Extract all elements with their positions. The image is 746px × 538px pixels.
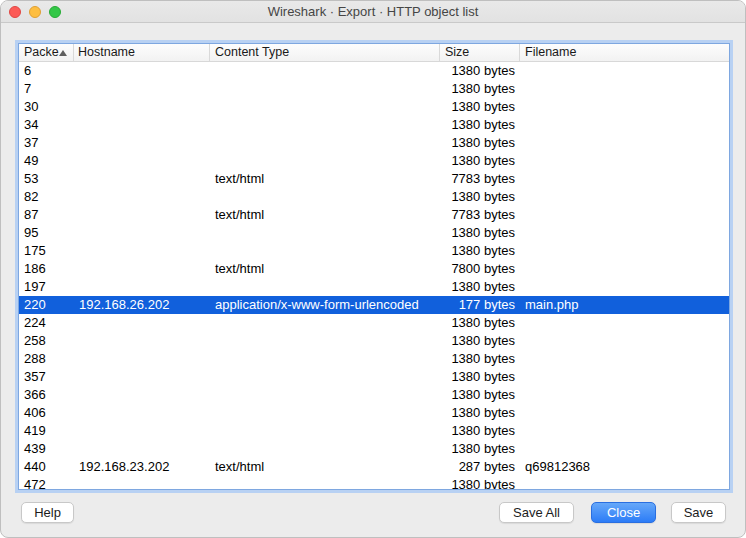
column-header-packet[interactable]: Packe xyxy=(19,44,74,61)
cell-hostname xyxy=(74,224,210,242)
cell-size: 1380 bytes xyxy=(440,80,520,98)
table-row[interactable]: 224 1380 bytes xyxy=(19,314,729,332)
cell-size: 1380 bytes xyxy=(440,404,520,422)
cell-packet: 197 xyxy=(19,278,74,296)
table-row[interactable]: 440 192.168.23.202 text/html 287 bytes q… xyxy=(19,458,729,476)
cell-hostname xyxy=(74,422,210,440)
close-button[interactable]: Close xyxy=(591,502,656,523)
column-header-hostname-label: Hostname xyxy=(78,44,135,61)
cell-hostname xyxy=(74,134,210,152)
table-row[interactable]: 37 1380 bytes xyxy=(19,134,729,152)
table-row[interactable]: 288 1380 bytes xyxy=(19,350,729,368)
cell-packet: 53 xyxy=(19,170,74,188)
table-row[interactable]: 175 1380 bytes xyxy=(19,242,729,260)
cell-content-type xyxy=(210,404,440,422)
table-row[interactable]: 34 1380 bytes xyxy=(19,116,729,134)
cell-content-type xyxy=(210,440,440,458)
cell-size: 1380 bytes xyxy=(440,422,520,440)
cell-hostname xyxy=(74,260,210,278)
cell-hostname xyxy=(74,368,210,386)
cell-hostname xyxy=(74,170,210,188)
cell-filename xyxy=(520,152,729,170)
cell-size: 1380 bytes xyxy=(440,332,520,350)
table-row[interactable]: 30 1380 bytes xyxy=(19,98,729,116)
cell-hostname: 192.168.23.202 xyxy=(74,458,210,476)
column-header-filename-label: Filename xyxy=(525,44,576,61)
cell-size: 1380 bytes xyxy=(440,350,520,368)
cell-filename xyxy=(520,422,729,440)
cell-content-type: application/x-www-form-urlencoded xyxy=(210,296,440,314)
cell-size: 1380 bytes xyxy=(440,152,520,170)
cell-hostname xyxy=(74,350,210,368)
cell-filename xyxy=(520,332,729,350)
cell-size: 177 bytes xyxy=(440,296,520,314)
cell-filename xyxy=(520,368,729,386)
column-header-filename[interactable]: Filename xyxy=(520,44,729,61)
cell-packet: 220 xyxy=(19,296,74,314)
cell-packet: 440 xyxy=(19,458,74,476)
cell-filename xyxy=(520,170,729,188)
column-header-packet-label: Packe xyxy=(24,44,59,61)
cell-size: 1380 bytes xyxy=(440,134,520,152)
table-row[interactable]: 95 1380 bytes xyxy=(19,224,729,242)
cell-packet: 186 xyxy=(19,260,74,278)
column-header-content-type[interactable]: Content Type xyxy=(210,44,440,61)
cell-content-type xyxy=(210,332,440,350)
cell-size: 1380 bytes xyxy=(440,278,520,296)
cell-filename xyxy=(520,206,729,224)
table-row[interactable]: 419 1380 bytes xyxy=(19,422,729,440)
cell-size: 1380 bytes xyxy=(440,188,520,206)
cell-packet: 87 xyxy=(19,206,74,224)
table-row[interactable]: 220 192.168.26.202 application/x-www-for… xyxy=(19,296,729,314)
table-row[interactable]: 197 1380 bytes xyxy=(19,278,729,296)
table-row[interactable]: 87 text/html 7783 bytes xyxy=(19,206,729,224)
cell-packet: 439 xyxy=(19,440,74,458)
column-header-hostname[interactable]: Hostname xyxy=(74,44,210,61)
cell-hostname xyxy=(74,440,210,458)
table-row[interactable]: 357 1380 bytes xyxy=(19,368,729,386)
cell-filename xyxy=(520,224,729,242)
cell-packet: 7 xyxy=(19,80,74,98)
cell-content-type xyxy=(210,386,440,404)
cell-content-type xyxy=(210,242,440,260)
cell-filename xyxy=(520,476,729,490)
cell-hostname xyxy=(74,80,210,98)
table-row[interactable]: 472 1380 bytes xyxy=(19,476,729,490)
cell-hostname: 192.168.26.202 xyxy=(74,296,210,314)
cell-content-type: text/html xyxy=(210,170,440,188)
cell-content-type: text/html xyxy=(210,458,440,476)
table-row[interactable]: 7 1380 bytes xyxy=(19,80,729,98)
table-row[interactable]: 186 text/html 7800 bytes xyxy=(19,260,729,278)
cell-content-type: text/html xyxy=(210,206,440,224)
save-all-button[interactable]: Save All xyxy=(499,502,574,523)
table-row[interactable]: 53 text/html 7783 bytes xyxy=(19,170,729,188)
table-row[interactable]: 439 1380 bytes xyxy=(19,440,729,458)
column-header-size[interactable]: Size xyxy=(440,44,520,61)
cell-filename xyxy=(520,314,729,332)
column-header-size-label: Size xyxy=(445,44,469,61)
save-button[interactable]: Save xyxy=(671,502,726,523)
cell-packet: 406 xyxy=(19,404,74,422)
export-http-object-list-dialog: Wireshark · Export · HTTP object list Pa… xyxy=(0,0,746,538)
column-header-content-type-label: Content Type xyxy=(215,44,289,61)
cell-packet: 34 xyxy=(19,116,74,134)
table-row[interactable]: 406 1380 bytes xyxy=(19,404,729,422)
table-row[interactable]: 82 1380 bytes xyxy=(19,188,729,206)
cell-packet: 95 xyxy=(19,224,74,242)
table-row[interactable]: 366 1380 bytes xyxy=(19,386,729,404)
cell-packet: 224 xyxy=(19,314,74,332)
cell-filename xyxy=(520,134,729,152)
table-header: Packe Hostname Content Type Size Filenam… xyxy=(19,44,729,62)
cell-hostname xyxy=(74,404,210,422)
cell-hostname xyxy=(74,386,210,404)
help-button[interactable]: Help xyxy=(21,502,74,523)
cell-size: 1380 bytes xyxy=(440,386,520,404)
table-row[interactable]: 6 1380 bytes xyxy=(19,62,729,80)
cell-packet: 258 xyxy=(19,332,74,350)
cell-hostname xyxy=(74,314,210,332)
table-body: 6 1380 bytes 7 1380 bytes 30 1380 bytes … xyxy=(19,62,729,490)
cell-packet: 30 xyxy=(19,98,74,116)
table-row[interactable]: 49 1380 bytes xyxy=(19,152,729,170)
table-row[interactable]: 258 1380 bytes xyxy=(19,332,729,350)
cell-packet: 37 xyxy=(19,134,74,152)
